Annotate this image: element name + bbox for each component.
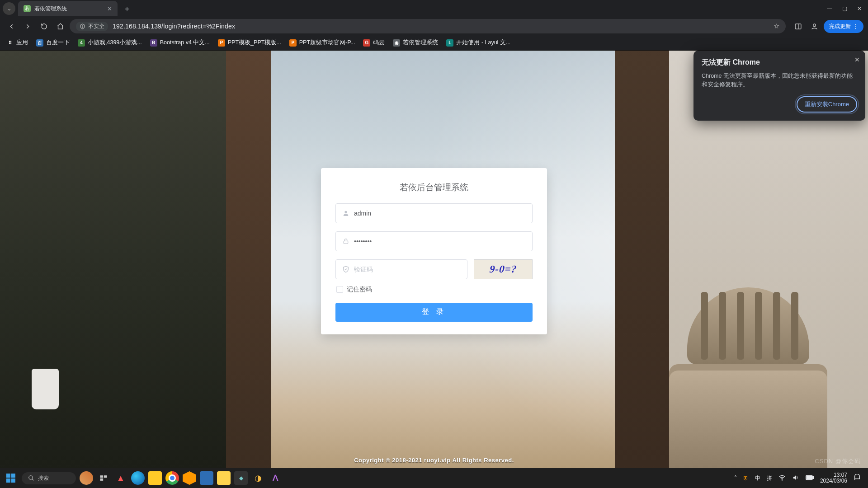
wifi-icon[interactable] [778, 474, 786, 483]
taskbar-app-pot[interactable] [217, 471, 231, 485]
taskbar-clock[interactable]: 13:07 2024/03/06 [820, 472, 847, 484]
taskbar-app-m[interactable]: ᐱ [269, 471, 282, 485]
svg-rect-7 [104, 475, 107, 478]
search-placeholder: 搜索 [38, 474, 49, 482]
new-tab-button[interactable]: ＋ [118, 3, 137, 14]
taskbar-app-shield[interactable] [183, 471, 196, 485]
tray-chevron-icon[interactable]: ˄ [734, 475, 737, 481]
chrome-icon[interactable] [165, 471, 179, 485]
captcha-image[interactable]: 9-0=? [474, 259, 533, 279]
password-field[interactable] [335, 231, 533, 251]
svg-point-3 [344, 211, 347, 213]
remember-checkbox[interactable] [336, 286, 343, 293]
volume-icon[interactable] [792, 474, 799, 483]
bookmark-item[interactable]: ◉若依管理系统 [393, 39, 438, 47]
edge-icon[interactable] [131, 471, 145, 485]
shield-check-icon [341, 266, 350, 273]
tab-search-button[interactable]: ⌄ [3, 2, 15, 15]
bookmark-label: Bootstrap v4 中文... [160, 39, 210, 47]
taskbar-app-notif[interactable]: ▲ [114, 471, 127, 485]
kebab-icon: ⋮ [853, 23, 858, 29]
bookmark-item[interactable]: L开始使用 - Layui 文... [446, 39, 510, 47]
svg-rect-8 [100, 479, 104, 481]
bookmark-label: PPT模板_PPT模版... [228, 39, 281, 47]
ime-mode[interactable]: 拼 [767, 474, 772, 482]
bookmark-item[interactable]: ⠿应用 [6, 39, 28, 47]
svg-rect-12 [807, 476, 811, 479]
taskbar-search[interactable]: 搜索 [22, 472, 76, 484]
username-input[interactable] [354, 210, 527, 217]
ime-language[interactable]: 中 [755, 474, 760, 482]
close-window-icon[interactable]: ✕ [857, 5, 862, 12]
bookmark-item[interactable]: PPPT模板_PPT模版... [218, 39, 281, 47]
bookmark-label: 码云 [373, 39, 385, 47]
bookmark-favicon: 4 [78, 39, 85, 47]
tab-favicon: 若 [24, 5, 31, 12]
system-tray: ˄ ⛨ 中 拼 13:07 2024/03/06 [734, 472, 864, 484]
bookmark-label: 若依管理系统 [403, 39, 438, 47]
remember-password[interactable]: 记住密码 [336, 286, 533, 294]
svg-rect-11 [813, 476, 814, 479]
side-panel-icon[interactable] [791, 19, 805, 33]
captcha-input[interactable] [354, 266, 462, 273]
bookmark-item[interactable]: G码云 [363, 39, 385, 47]
reload-button[interactable] [37, 19, 51, 33]
window-controls: — ▢ ✕ [827, 5, 868, 12]
bookmark-item[interactable]: 4小游戏,4399小游戏... [78, 39, 142, 47]
reinstall-chrome-button[interactable]: 重新安装Chrome [797, 96, 857, 113]
bookmark-item[interactable]: PPPT超级市场官网-P... [289, 39, 355, 47]
remember-label: 记住密码 [347, 286, 372, 294]
bookmark-favicon: B [150, 39, 157, 47]
tray-shield-icon[interactable]: ⛨ [743, 475, 749, 481]
chrome-update-popup: ✕ 无法更新 Chrome Chrome 无法更新至最新版本，因此您未能获得最新… [693, 51, 865, 121]
security-chip[interactable]: 不安全 [76, 22, 108, 31]
profile-icon[interactable] [807, 19, 821, 33]
svg-point-9 [782, 479, 782, 480]
maximize-icon[interactable]: ▢ [842, 5, 847, 12]
close-icon[interactable]: ✕ [107, 5, 112, 12]
bookmark-item[interactable]: 百百度一下 [36, 39, 70, 47]
lock-icon [341, 238, 350, 245]
taskbar-app-1[interactable] [80, 471, 93, 485]
taskbar-app-pic[interactable]: ◆ [234, 471, 248, 485]
footer-copyright: Copyright © 2018-2021 ruoyi.vip All Righ… [0, 457, 868, 464]
bookmarks-bar: ⠿应用百百度一下4小游戏,4399小游戏...BBootstrap v4 中文.… [0, 35, 868, 51]
update-chrome-button[interactable]: 完成更新⋮ [824, 20, 863, 33]
back-button[interactable] [5, 19, 18, 33]
tab-title: 若依管理系统 [34, 5, 67, 13]
notification-icon[interactable] [854, 474, 861, 483]
browser-tab[interactable]: 若 若依管理系统 ✕ [18, 1, 118, 16]
bookmark-item[interactable]: BBootstrap v4 中文... [150, 39, 210, 47]
home-button[interactable] [53, 19, 67, 33]
popup-close-icon[interactable]: ✕ [854, 56, 860, 63]
bookmark-label: 开始使用 - Layui 文... [456, 39, 510, 47]
svg-rect-4 [344, 241, 348, 244]
bookmark-label: 应用 [16, 39, 28, 47]
bookmark-label: PPT超级市场官网-P... [299, 39, 355, 47]
login-title: 若依后台管理系统 [335, 182, 533, 193]
task-view-icon[interactable] [97, 471, 110, 485]
login-card: 若依后台管理系统 9-0=? [321, 168, 547, 334]
taskbar-app-vm[interactable] [200, 471, 213, 485]
battery-icon[interactable] [806, 475, 814, 482]
password-input[interactable] [354, 238, 527, 245]
windows-taskbar: 搜索 ▲ ◆ ◑ ᐱ ˄ ⛨ 中 拼 13:07 2024/03/06 [0, 468, 868, 488]
svg-point-0 [82, 27, 83, 27]
bookmark-star-icon[interactable]: ☆ [774, 22, 779, 30]
tab-strip: ⌄ 若 若依管理系统 ✕ ＋ — ▢ ✕ [0, 0, 868, 17]
watermark: CSDN @你会码 [815, 457, 861, 465]
username-field[interactable] [335, 203, 533, 223]
forward-button[interactable] [21, 19, 34, 33]
file-explorer-icon[interactable] [148, 471, 162, 485]
start-button[interactable] [4, 471, 18, 485]
minimize-icon[interactable]: — [827, 5, 832, 12]
clock-date: 2024/03/06 [820, 478, 847, 484]
login-button[interactable]: 登 录 [335, 303, 533, 322]
browser-toolbar: 不安全 192.168.184.139/login?redirect=%2Fin… [0, 17, 868, 35]
bookmark-favicon: 百 [36, 39, 43, 47]
bookmark-favicon: ⠿ [6, 39, 14, 47]
captcha-field[interactable] [335, 259, 467, 279]
address-bar[interactable]: 不安全 192.168.184.139/login?redirect=%2Fin… [70, 19, 786, 33]
security-label: 不安全 [88, 23, 104, 30]
taskbar-app-circle[interactable]: ◑ [251, 471, 265, 485]
